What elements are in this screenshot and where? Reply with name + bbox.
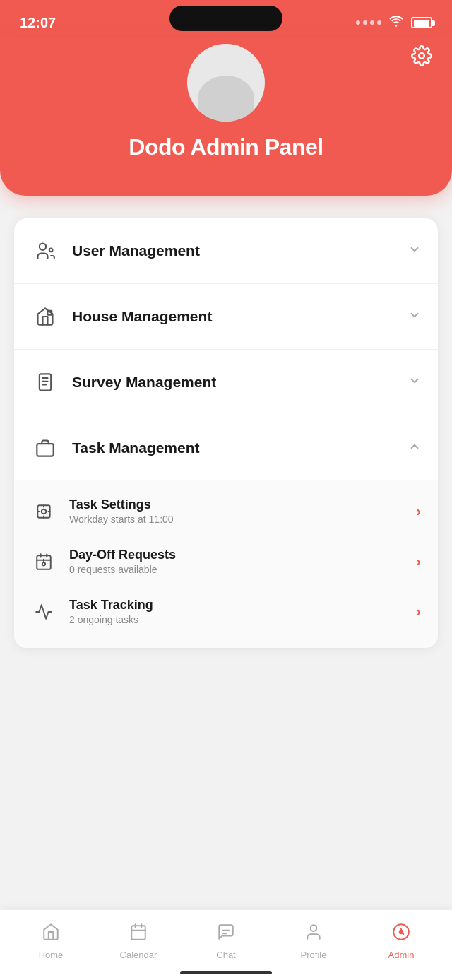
survey-management-header[interactable]: Survey Management	[14, 350, 438, 415]
svg-point-11	[42, 509, 47, 514]
admin-icon	[392, 923, 410, 946]
svg-rect-9	[37, 444, 53, 456]
task-settings-arrow: ›	[416, 503, 421, 519]
task-tracking-subtitle: 2 ongoing tasks	[69, 614, 416, 625]
task-management-icon	[31, 434, 59, 462]
survey-management-icon	[31, 368, 59, 396]
svg-point-28	[311, 925, 317, 931]
status-icons	[356, 15, 432, 31]
svg-rect-3	[48, 311, 52, 315]
task-tracking-arrow: ›	[416, 603, 421, 620]
profile-label: Profile	[301, 950, 327, 960]
chat-icon	[217, 923, 235, 946]
admin-label: Admin	[388, 950, 415, 960]
task-settings-item[interactable]: Task Settings Workday starts at 11:00 ›	[14, 486, 438, 536]
chat-label: Chat	[216, 950, 235, 960]
svg-point-0	[419, 53, 424, 59]
survey-management-chevron	[408, 374, 421, 391]
svg-point-30	[399, 930, 404, 935]
nav-admin[interactable]: Admin	[357, 923, 445, 967]
task-management-chevron	[408, 440, 421, 456]
status-time: 12:07	[20, 15, 56, 31]
home-icon	[42, 923, 60, 946]
user-management-chevron	[408, 243, 421, 259]
house-management-icon	[31, 302, 59, 331]
nav-chat[interactable]: Chat	[182, 923, 270, 967]
task-tracking-title: Task Tracking	[69, 598, 416, 613]
day-off-icon	[31, 549, 56, 574]
house-management-chevron	[408, 309, 421, 325]
svg-rect-4	[40, 374, 51, 390]
header-title: Dodo Admin Panel	[129, 134, 323, 160]
user-management-section: User Management	[14, 218, 438, 284]
survey-management-label: Survey Management	[72, 374, 408, 391]
nav-profile[interactable]: Profile	[270, 923, 357, 967]
battery-icon	[411, 17, 432, 28]
task-management-label: Task Management	[72, 439, 408, 456]
nav-home[interactable]: Home	[7, 923, 95, 967]
task-settings-title: Task Settings	[69, 497, 416, 512]
day-off-requests-item[interactable]: Day-Off Requests 0 requests available ›	[14, 536, 438, 586]
day-off-arrow: ›	[416, 553, 421, 569]
day-off-subtitle: 0 requests available	[69, 564, 416, 575]
status-bar: 12:07	[0, 0, 452, 37]
svg-rect-22	[131, 926, 145, 940]
home-bar	[180, 971, 272, 974]
user-management-label: User Management	[72, 242, 408, 259]
task-management-header[interactable]: Task Management	[14, 415, 438, 480]
calendar-icon	[129, 923, 148, 946]
wifi-icon	[388, 15, 404, 31]
profile-icon	[304, 923, 323, 946]
user-management-header[interactable]: User Management	[14, 218, 438, 283]
user-management-icon	[31, 237, 59, 265]
header: Dodo Admin Panel	[0, 37, 452, 196]
house-management-section: House Management	[14, 284, 438, 350]
task-management-submenu: Task Settings Workday starts at 11:00 ›	[14, 480, 438, 648]
house-management-header[interactable]: House Management	[14, 284, 438, 349]
survey-management-section: Survey Management	[14, 350, 438, 415]
content-area: User Management House Manageme	[0, 196, 452, 733]
nav-calendar[interactable]: Calendar	[95, 923, 182, 967]
bottom-nav: Home Calendar Chat	[0, 909, 452, 980]
notch	[170, 6, 282, 31]
avatar	[187, 44, 265, 122]
calendar-label: Calendar	[120, 950, 157, 960]
svg-point-1	[40, 244, 46, 250]
task-tracking-icon	[31, 599, 56, 625]
signal-dots	[356, 20, 381, 25]
house-management-label: House Management	[72, 308, 408, 325]
settings-button[interactable]	[411, 45, 432, 71]
task-settings-icon	[31, 499, 56, 524]
task-tracking-item[interactable]: Task Tracking 2 ongoing tasks ›	[14, 586, 438, 637]
task-settings-subtitle: Workday starts at 11:00	[69, 514, 416, 525]
menu-card: User Management House Manageme	[14, 218, 438, 648]
task-management-section: Task Management	[14, 415, 438, 648]
svg-point-2	[49, 249, 53, 252]
day-off-title: Day-Off Requests	[69, 548, 416, 562]
home-label: Home	[39, 950, 64, 960]
